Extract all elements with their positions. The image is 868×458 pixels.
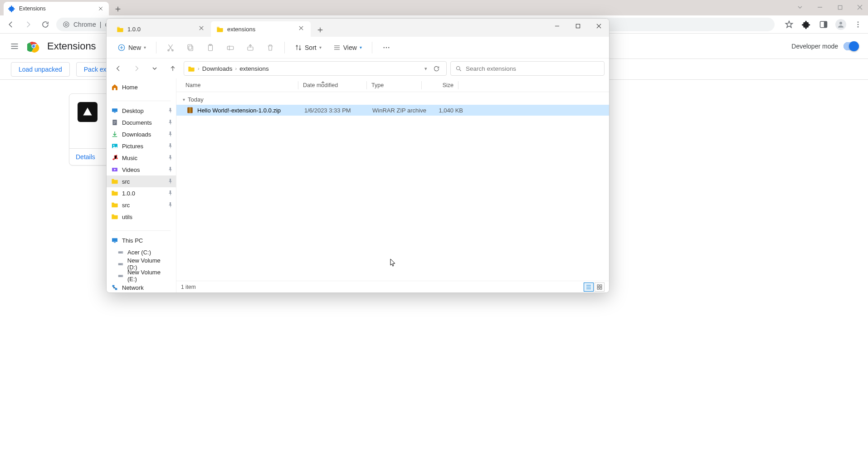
chevron-down-icon: ▾ xyxy=(183,97,185,102)
pic-icon xyxy=(111,142,118,150)
maximize-icon[interactable] xyxy=(834,2,845,13)
svg-rect-47 xyxy=(600,285,602,287)
rename-icon[interactable] xyxy=(222,40,239,55)
browser-tab-extensions[interactable]: Extensions xyxy=(4,2,109,15)
sidepanel-icon[interactable] xyxy=(818,19,829,30)
nav-item-utils[interactable]: utils xyxy=(107,211,176,223)
sort-button-label: Sort xyxy=(305,44,317,51)
kebab-icon[interactable] xyxy=(853,19,863,30)
download-icon xyxy=(111,131,118,138)
back-button[interactable] xyxy=(5,18,17,31)
column-headers: Name Date modified Type Size xyxy=(176,78,609,92)
nav-item-label: Music xyxy=(122,155,137,161)
file-row[interactable]: Hello World!-extension-1.0.0.zip 1/6/202… xyxy=(176,105,609,116)
explorer-content: Name Date modified Type Size ▾ Today Hel… xyxy=(176,78,609,292)
explorer-titlebar[interactable]: 1.0.0 extensions xyxy=(107,19,609,37)
svg-rect-46 xyxy=(597,285,599,287)
developer-mode-toggle[interactable] xyxy=(844,42,859,50)
col-name[interactable]: Name xyxy=(176,82,298,88)
developer-mode-label: Developer mode xyxy=(791,43,838,50)
nav-item-desktop[interactable]: Desktop xyxy=(107,105,176,117)
pin-icon xyxy=(168,132,172,137)
empty-area[interactable] xyxy=(176,116,609,281)
new-tab-button[interactable] xyxy=(112,3,124,15)
delete-icon[interactable] xyxy=(262,40,279,55)
drive-icon xyxy=(117,249,124,255)
nav-item-label: utils xyxy=(122,214,132,220)
svg-rect-35 xyxy=(114,242,116,243)
explorer-tab-1[interactable]: 1.0.0 xyxy=(111,21,211,37)
minimize-icon[interactable] xyxy=(546,19,567,33)
nav-network[interactable]: Network xyxy=(107,282,176,292)
forward-button[interactable] xyxy=(22,18,34,31)
refresh-icon[interactable] xyxy=(430,62,443,75)
recent-locations-button[interactable] xyxy=(147,61,162,76)
nav-item-src[interactable]: src xyxy=(107,199,176,211)
up-button[interactable] xyxy=(166,61,180,76)
svg-rect-49 xyxy=(600,287,602,289)
nav-drive[interactable]: New Volume (E:) xyxy=(107,270,176,282)
separator xyxy=(156,42,156,54)
thumbnails-view-icon[interactable] xyxy=(595,283,605,292)
col-date[interactable]: Date modified xyxy=(298,82,366,88)
nav-item-videos[interactable]: Videos xyxy=(107,164,176,175)
file-explorer-window: 1.0.0 extensions New ▾ Sort xyxy=(106,18,610,293)
close-icon[interactable] xyxy=(199,26,205,32)
chevron-down-icon[interactable]: ▾ xyxy=(424,66,427,72)
breadcrumb-extensions[interactable]: extensions xyxy=(239,65,269,72)
nav-item-music[interactable]: Music xyxy=(107,152,176,164)
close-icon[interactable] xyxy=(97,5,104,12)
group-header-today[interactable]: ▾ Today xyxy=(183,94,609,105)
chrome-page-icon xyxy=(63,21,70,28)
page-title: Extensions xyxy=(47,40,96,52)
copy-icon[interactable] xyxy=(182,40,199,55)
nav-item-pictures[interactable]: Pictures xyxy=(107,140,176,152)
reload-button[interactable] xyxy=(39,18,52,31)
close-icon[interactable] xyxy=(299,26,305,32)
col-type[interactable]: Type xyxy=(367,82,421,88)
menu-icon[interactable] xyxy=(9,41,20,52)
nav-drive[interactable]: New Volume (D:) xyxy=(107,258,176,270)
svg-point-1 xyxy=(63,22,69,27)
nav-item-documents[interactable]: Documents xyxy=(107,117,176,128)
explorer-new-tab-button[interactable] xyxy=(313,23,327,37)
profile-avatar[interactable] xyxy=(835,19,846,30)
share-icon[interactable] xyxy=(242,40,259,55)
nav-item-label: src xyxy=(122,178,130,185)
paste-icon[interactable] xyxy=(202,40,219,55)
col-size[interactable]: Size xyxy=(422,82,458,88)
nav-item-downloads[interactable]: Downloads xyxy=(107,128,176,140)
view-button[interactable]: View ▾ xyxy=(329,40,366,55)
star-icon[interactable] xyxy=(784,19,795,30)
puzzle-icon xyxy=(8,5,15,12)
sort-button[interactable]: Sort ▾ xyxy=(290,40,326,55)
new-button[interactable]: New ▾ xyxy=(113,40,151,55)
load-unpacked-button[interactable]: Load unpacked xyxy=(11,62,70,77)
nav-item-1-0-0[interactable]: 1.0.0 xyxy=(107,187,176,199)
close-icon[interactable] xyxy=(588,19,609,33)
nav-drive[interactable]: Acer (C:) xyxy=(107,246,176,258)
details-button[interactable]: Details xyxy=(76,153,95,161)
minimize-icon[interactable] xyxy=(814,2,825,13)
back-button[interactable] xyxy=(111,61,126,76)
forward-button[interactable] xyxy=(129,61,144,76)
maximize-icon[interactable] xyxy=(567,19,588,33)
explorer-tab-2[interactable]: extensions xyxy=(211,21,311,37)
nav-this-pc[interactable]: This PC xyxy=(107,234,176,246)
search-input[interactable]: Search extensions xyxy=(450,61,605,76)
breadcrumb-downloads[interactable]: Downloads xyxy=(202,65,233,72)
address-box[interactable]: › Downloads › extensions ▾ xyxy=(184,61,447,76)
nav-home[interactable]: Home xyxy=(107,81,176,93)
close-icon[interactable] xyxy=(854,2,865,13)
details-view-icon[interactable] xyxy=(584,283,594,292)
chevron-down-icon: ▾ xyxy=(360,45,362,50)
chevron-down-icon[interactable] xyxy=(795,2,805,13)
doc-icon xyxy=(111,119,118,126)
pin-icon xyxy=(168,190,172,196)
more-icon[interactable] xyxy=(378,40,395,55)
browser-tabstrip: Extensions xyxy=(0,0,868,15)
omnibox-separator: | xyxy=(100,21,102,28)
extensions-icon[interactable] xyxy=(801,19,812,30)
cut-icon[interactable] xyxy=(162,40,179,55)
nav-item-src[interactable]: src xyxy=(107,175,176,187)
